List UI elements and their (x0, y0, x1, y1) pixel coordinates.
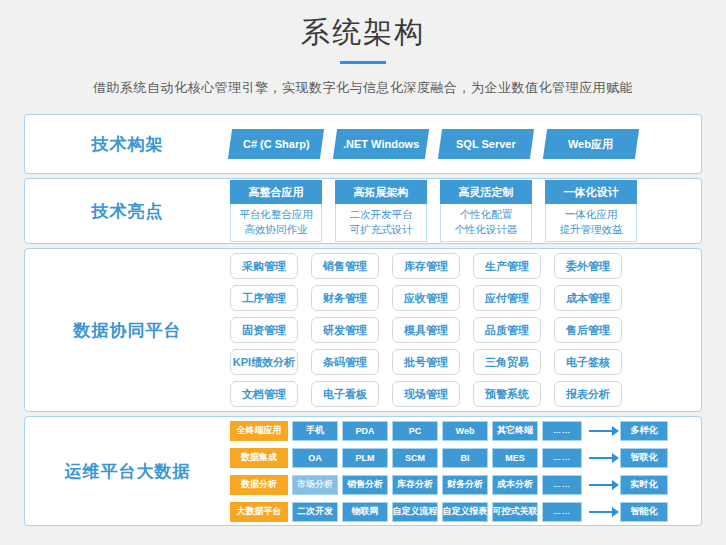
module-button: KPI绩效分析 (230, 349, 298, 375)
module-button: 财务管理 (311, 285, 379, 311)
ops-item: 销售分析 (342, 475, 388, 495)
highlight-card: 高整合应用平台化整合应用高效协同作业 (230, 180, 322, 242)
highlight-card-title: 高拓展架构 (335, 180, 427, 204)
ops-item: 财务分析 (442, 475, 488, 495)
module-button: 报表分析 (554, 381, 622, 407)
highlight-card-title: 一体化设计 (545, 180, 637, 204)
tech-framework-item-label: C# (C Sharp) (243, 138, 310, 150)
ops-platform-rows: 全终端应用手机PDAPCWeb其它终端……多样化数据集成OAPLMSCMBIME… (230, 421, 668, 522)
module-button: 条码管理 (311, 349, 379, 375)
ops-row: 全终端应用手机PDAPCWeb其它终端……多样化 (230, 421, 668, 441)
ops-item: 二次开发 (292, 502, 338, 522)
highlight-card-line2: 个性化设计器 (441, 222, 531, 237)
module-button: 文档管理 (230, 381, 298, 407)
module-button: 应收管理 (392, 285, 460, 311)
section-label-col: 技术构架 (25, 133, 230, 156)
ops-item: OA (292, 448, 338, 468)
highlight-card: 高拓展架构二次开发平台可扩充式设计 (335, 180, 427, 242)
tech-framework-item: .NET Windows (333, 129, 429, 159)
ops-result-label: 智能化 (620, 502, 668, 522)
tech-highlights-label: 技术亮点 (92, 202, 164, 221)
highlight-card: 一体化设计一体化应用提升管理效益 (545, 180, 637, 242)
ops-platform-label: 运维平台大数据 (65, 462, 191, 481)
ops-item: 库存分析 (392, 475, 438, 495)
ops-item: PLM (342, 448, 388, 468)
ops-item: PDA (342, 421, 388, 441)
tech-framework-items: C# (C Sharp).NET WindowsSQL ServerWeb应用 (230, 129, 637, 159)
module-button: 电子看板 (311, 381, 379, 407)
module-button: 电子签核 (554, 349, 622, 375)
section-data-platform: 数据协同平台 采购管理销售管理库存管理生产管理委外管理工序管理财务管理应收管理应… (24, 248, 702, 412)
ops-item: PC (392, 421, 438, 441)
ops-item: BI (442, 448, 488, 468)
data-platform-label: 数据协同平台 (74, 321, 182, 340)
ops-category-label: 数据集成 (230, 448, 288, 468)
module-button: 批号管理 (392, 349, 460, 375)
highlight-card-line1: 平台化整合应用 (231, 207, 321, 222)
ops-item: 自定义流程 (392, 502, 438, 522)
section-ops-platform: 运维平台大数据 全终端应用手机PDAPCWeb其它终端……多样化数据集成OAPL… (24, 416, 702, 526)
page-title: 系统架构 (0, 13, 726, 51)
section-label-col: 数据协同平台 (25, 319, 230, 342)
module-button: 库存管理 (392, 253, 460, 279)
ops-item: 手机 (292, 421, 338, 441)
page-subtitle: 借助系统自动化核心管理引擎，实现数字化与信息化深度融合，为企业数值化管理应用赋能 (0, 79, 726, 97)
ops-more-box: …… (542, 502, 582, 522)
module-button: 成本管理 (554, 285, 622, 311)
right-arrow-icon (589, 511, 613, 513)
module-button: 销售管理 (311, 253, 379, 279)
ops-item: 其它终端 (492, 421, 538, 441)
highlight-card-line2: 提升管理效益 (546, 222, 636, 237)
ops-category-label: 大数据平台 (230, 502, 288, 522)
title-underline (340, 61, 386, 64)
module-button: 固资管理 (230, 317, 298, 343)
highlight-card-line1: 个性化配置 (441, 207, 531, 222)
ops-result-label: 多样化 (620, 421, 668, 441)
ops-item: MES (492, 448, 538, 468)
module-button: 现场管理 (392, 381, 460, 407)
highlight-card-title: 高整合应用 (230, 180, 322, 204)
ops-category-label: 全终端应用 (230, 421, 288, 441)
ops-category-label: 数据分析 (230, 475, 288, 495)
module-button: 品质管理 (473, 317, 541, 343)
module-button: 预警系统 (473, 381, 541, 407)
tech-framework-item-label: .NET Windows (343, 138, 419, 150)
tech-framework-label: 技术构架 (92, 135, 164, 154)
highlight-card-line2: 高效协同作业 (231, 222, 321, 237)
highlight-card-line1: 一体化应用 (546, 207, 636, 222)
tech-framework-item: SQL Server (438, 129, 534, 159)
module-button: 生产管理 (473, 253, 541, 279)
data-platform-module-grid: 采购管理销售管理库存管理生产管理委外管理工序管理财务管理应收管理应付管理成本管理… (230, 253, 622, 407)
ops-item: 物联网 (342, 502, 388, 522)
ops-more-box: …… (542, 448, 582, 468)
ops-item: 市场分析 (292, 475, 338, 495)
section-tech-highlights: 技术亮点 高整合应用平台化整合应用高效协同作业高拓展架构二次开发平台可扩充式设计… (24, 178, 702, 244)
ops-item: 自定义报表 (442, 502, 488, 522)
ops-result-label: 智联化 (620, 448, 668, 468)
tech-highlight-cards: 高整合应用平台化整合应用高效协同作业高拓展架构二次开发平台可扩充式设计高灵活定制… (230, 180, 637, 242)
right-arrow-icon (589, 457, 613, 459)
ops-item: SCM (392, 448, 438, 468)
module-button: 委外管理 (554, 253, 622, 279)
module-button: 研发管理 (311, 317, 379, 343)
module-button: 采购管理 (230, 253, 298, 279)
right-arrow-icon (589, 484, 613, 486)
ops-row: 数据集成OAPLMSCMBIMES……智联化 (230, 448, 668, 468)
system-architecture-page: 系统架构 借助系统自动化核心管理引擎，实现数字化与信息化深度融合，为企业数值化管… (0, 0, 726, 545)
ops-more-box: …… (542, 475, 582, 495)
highlight-card-body: 平台化整合应用高效协同作业 (230, 204, 322, 242)
ops-item: 可控式关联 (492, 502, 538, 522)
module-button: 工序管理 (230, 285, 298, 311)
ops-more-box: …… (542, 421, 582, 441)
highlight-card-line2: 可扩充式设计 (336, 222, 426, 237)
tech-framework-item-label: Web应用 (568, 137, 613, 152)
module-button: 三角贸易 (473, 349, 541, 375)
ops-row: 大数据平台二次开发物联网自定义流程自定义报表可控式关联……智能化 (230, 502, 668, 522)
highlight-card-title: 高灵活定制 (440, 180, 532, 204)
highlight-card-line1: 二次开发平台 (336, 207, 426, 222)
highlight-card-body: 个性化配置个性化设计器 (440, 204, 532, 242)
page-header: 系统架构 借助系统自动化核心管理引擎，实现数字化与信息化深度融合，为企业数值化管… (0, 0, 726, 97)
section-label-col: 运维平台大数据 (25, 460, 230, 483)
ops-item: 成本分析 (492, 475, 538, 495)
highlight-card-body: 二次开发平台可扩充式设计 (335, 204, 427, 242)
